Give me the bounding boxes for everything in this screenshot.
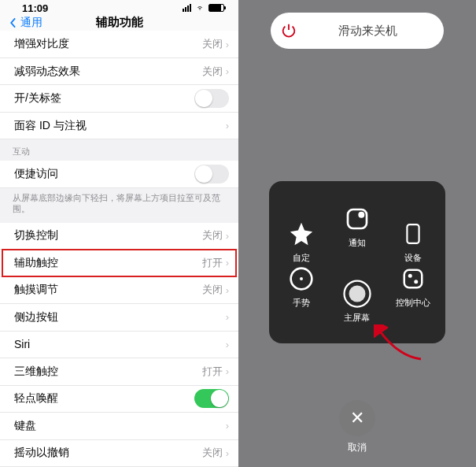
svg-point-6 (349, 286, 365, 302)
chevron-right-icon: › (226, 311, 229, 323)
chevron-left-icon (8, 17, 19, 28)
row-label: 便捷访问 (14, 167, 58, 181)
chevron-right-icon: › (226, 65, 229, 77)
cancel-button[interactable]: ✕ 取消 (339, 400, 375, 454)
panel-notify[interactable]: 通知 (330, 189, 386, 264)
svg-point-9 (414, 280, 418, 284)
row-label: Siri (14, 338, 30, 350)
row-value: 关闭› (202, 65, 229, 79)
row-value: › (226, 120, 229, 132)
panel-gesture[interactable]: 手势 (274, 264, 330, 309)
toggle[interactable] (194, 165, 229, 183)
svg-rect-7 (404, 270, 422, 288)
cancel-label: 取消 (348, 441, 367, 454)
row-label: 摇动以撤销 (14, 446, 69, 460)
svg-point-8 (408, 274, 411, 278)
svg-rect-0 (348, 209, 367, 228)
row-motion[interactable]: 减弱动态效果 关闭› (0, 58, 238, 86)
row-assistive-touch[interactable]: 辅助触控 打开› (0, 250, 238, 277)
home-icon (342, 279, 372, 309)
panel-device[interactable]: 设备 (385, 219, 441, 264)
chevron-right-icon: › (226, 257, 229, 269)
power-off-screen: 滑动来关机 自定 通知 设备 (238, 0, 476, 467)
status-icons (183, 4, 224, 12)
star-icon (286, 219, 316, 249)
toggle[interactable] (194, 89, 229, 108)
row-siri[interactable]: Siri › (0, 332, 238, 359)
row-keyboard[interactable]: 键盘 › (0, 413, 238, 440)
row-value: 打开› (202, 365, 229, 379)
section-header: 互动 (0, 139, 238, 161)
power-icon (271, 13, 306, 48)
row-label: 增强对比度 (14, 37, 69, 51)
row-faceid[interactable]: 面容 ID 与注视 › (0, 113, 238, 140)
device-icon (398, 219, 428, 249)
cellular-icon (183, 4, 191, 12)
chevron-right-icon: › (226, 339, 229, 350)
chevron-right-icon: › (226, 420, 229, 432)
svg-point-1 (358, 212, 364, 218)
panel-home[interactable]: 主屏幕 (330, 264, 386, 339)
row-label: 开/关标签 (14, 91, 61, 106)
chevron-right-icon: › (226, 447, 229, 459)
close-icon: ✕ (339, 400, 375, 436)
row-value: › (226, 311, 229, 323)
row-contrast[interactable]: 增强对比度 关闭› (0, 31, 238, 58)
chevron-right-icon: › (226, 284, 229, 296)
panel-control-center[interactable]: 控制中心 (385, 264, 441, 309)
svg-rect-2 (407, 224, 419, 243)
row-value: 打开› (202, 256, 229, 270)
row-label: 轻点唤醒 (14, 391, 58, 406)
row-touch-accommodation[interactable]: 触摸调节 关闭› (0, 277, 238, 305)
row-label: 辅助触控 (14, 256, 58, 270)
svg-point-4 (300, 277, 303, 280)
row-label: 侧边按钮 (14, 310, 58, 324)
battery-icon (208, 4, 224, 12)
chevron-right-icon: › (226, 365, 229, 377)
row-label: 三维触控 (14, 365, 58, 379)
row-label: 触摸调节 (14, 283, 58, 297)
control-center-icon (398, 264, 428, 294)
slide-to-power-off[interactable]: 滑动来关机 (271, 13, 444, 49)
row-value: › (226, 420, 229, 432)
settings-screen: 11:09 通用 辅助功能 增强对比度 关闭› 减弱动态效果 关闭› 开/关标签… (0, 0, 238, 467)
row-onoff-labels[interactable]: 开/关标签 (0, 85, 238, 113)
row-tap-to-wake[interactable]: 轻点唤醒 (0, 386, 238, 413)
panel-custom[interactable]: 自定 (274, 219, 330, 264)
chevron-right-icon: › (226, 230, 229, 242)
row-switch-control[interactable]: 切换控制 关闭› (0, 223, 238, 250)
row-value: › (226, 339, 229, 350)
status-time: 11:09 (22, 2, 48, 14)
row-value: 关闭› (202, 283, 229, 297)
wifi-icon (194, 4, 205, 12)
assistive-touch-panel: 自定 通知 设备 手势 (269, 181, 445, 343)
row-label: 面容 ID 与注视 (14, 119, 87, 133)
row-shake-undo[interactable]: 摇动以撤销 关闭› (0, 440, 238, 468)
row-value: 关闭› (202, 37, 229, 51)
status-bar: 11:09 (0, 0, 238, 14)
nav-bar: 通用 辅助功能 (0, 14, 238, 31)
row-value: 关闭› (202, 446, 229, 460)
row-label: 切换控制 (14, 228, 58, 243)
chevron-right-icon: › (226, 39, 229, 50)
chevron-right-icon: › (226, 120, 229, 132)
row-label: 键盘 (14, 419, 36, 433)
gesture-icon (286, 264, 316, 294)
row-value: 关闭› (202, 228, 229, 243)
row-reachability[interactable]: 便捷访问 (0, 161, 238, 188)
settings-list: 增强对比度 关闭› 减弱动态效果 关闭› 开/关标签 面容 ID 与注视 › 互… (0, 31, 238, 467)
slider-label: 滑动来关机 (307, 24, 444, 39)
back-button[interactable]: 通用 (8, 16, 42, 30)
toggle[interactable] (194, 389, 229, 408)
notify-icon (342, 204, 372, 234)
page-title: 辅助功能 (96, 15, 143, 30)
row-side-button[interactable]: 侧边按钮 › (0, 304, 238, 332)
row-3d-touch[interactable]: 三维触控 打开› (0, 358, 238, 386)
back-label: 通用 (20, 16, 42, 30)
row-label: 减弱动态效果 (14, 65, 80, 79)
footnote: 从屏幕底部边缘向下轻扫，将屏幕上方项目拉至可及范围。 (0, 188, 238, 223)
